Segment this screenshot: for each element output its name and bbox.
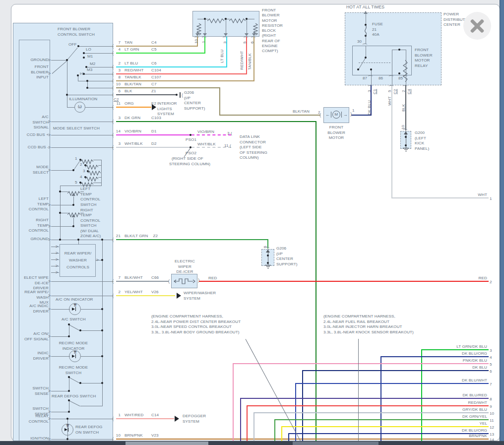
- rot-blk: BLK: [401, 104, 407, 112]
- row-blk-part: BLK: [125, 89, 146, 94]
- pin-arrow-icon: >: [48, 145, 51, 150]
- head-row-off: [78, 46, 114, 47]
- pin-ground-2: GROUND: [19, 237, 49, 242]
- rot-wht: WHT: [387, 96, 393, 106]
- label-wiper-washer: WIPER/WASHER SYSTEM: [184, 291, 216, 301]
- pin-ground-top: GROUND: [19, 58, 49, 63]
- edge-dkblu-red-label: DK BLU/RED: [387, 393, 487, 398]
- label-viobrn-mid: VIO/BRN: [197, 129, 214, 135]
- head-row-modeselect: [51, 170, 74, 171]
- ac-on-indicator-icon-diode: [72, 308, 75, 311]
- wire-dkblu-red-8: [240, 398, 241, 442]
- relay-87-stem: [371, 69, 372, 85]
- connector-pin-icon: (: [403, 85, 408, 86]
- wire-ltblu-c6: [116, 66, 227, 67]
- wire-gry-dkblu-10: [253, 412, 254, 442]
- blower-motor-icon-brush: [341, 112, 342, 118]
- connector-pin-icon: (: [112, 145, 114, 149]
- connector-pin-icon: (: [244, 36, 249, 38]
- head-defogsw-stem: [69, 400, 69, 412]
- right-scroll-strip[interactable]: [500, 0, 504, 441]
- row-tanblk-part: TAN/BLK: [125, 75, 146, 80]
- label-whtblk-mid: WHT/BLK: [197, 142, 216, 147]
- pin-ignition: IGNITION: [19, 436, 49, 442]
- pin-ac-switch-signal: A/C SWITCH SIGNAL: [19, 115, 49, 130]
- wire-dkblu-org-13: [288, 433, 289, 442]
- label-pin-30: 30: [357, 39, 362, 45]
- connector-pin-icon: (: [112, 64, 114, 69]
- pin-arrow-icon: >: [48, 307, 51, 312]
- head-row-ignition: [51, 439, 114, 440]
- rot-c4: C4: [407, 89, 412, 94]
- label-ac-switch: A/C SWITCH: [62, 317, 86, 322]
- head-recircind-right: [81, 356, 103, 357]
- head-row-aconoff: [51, 336, 69, 337]
- rot-pin-5: 5: [387, 90, 393, 92]
- rot-rb-pin-1: 1: [201, 41, 207, 43]
- label-recirc-indicator: RECIRC MODE INDICATOR: [56, 341, 91, 351]
- wire-whtblk-d2: [116, 147, 191, 148]
- row-ltgrn-part: C5: [151, 47, 157, 53]
- bottom-bar: [0, 441, 504, 445]
- label-defogger: DEFOGGER SYSTEM: [183, 414, 206, 424]
- close-button[interactable]: [463, 12, 491, 40]
- edge-gry-dkblu-label: GRY/DK BLU: [387, 407, 487, 413]
- left-temp-pot: [67, 189, 80, 194]
- row-whtred-label: 1WHT/REDC14: [114, 413, 159, 418]
- relay-link: [359, 63, 390, 63]
- g200-ground-icon: [403, 148, 409, 148]
- rb-resistor-v2: [248, 23, 260, 28]
- connector-pin-icon: (: [112, 92, 114, 97]
- row-blk-part: 6: [114, 89, 121, 94]
- row-blktan-label: 10BLK/TANC7: [114, 82, 157, 87]
- row-blkwht-part: C66: [151, 275, 159, 281]
- pin-arrow-icon: >: [96, 258, 99, 262]
- row-redwht-label: 3RED/WHTC104: [114, 68, 161, 73]
- head-recircsw-stem: [69, 377, 69, 391]
- pin-arrow-icon: >: [56, 245, 58, 249]
- label-pso2: PSO2: [186, 151, 196, 156]
- pin-elect-wipe: ELECT WIPE DE-ICE DRIVER: [19, 275, 49, 291]
- pin-arrow-icon: >: [56, 257, 58, 262]
- head-row-switchsense2: [51, 412, 69, 412]
- label-mode-1: 1: [75, 156, 77, 162]
- rb-drop-4: [247, 19, 247, 34]
- label-m3: M3: [87, 67, 92, 73]
- label-mode-3: 3: [83, 169, 85, 174]
- fuse-icon: [363, 25, 369, 36]
- label-data-link: DATA LINK CONNECTOR (LEFT SIDE OF STEERI…: [240, 134, 267, 161]
- pin-arrow-icon: >: [48, 224, 51, 229]
- wire-yelwht-v26: [116, 295, 175, 296]
- note2-pointer: [358, 339, 359, 442]
- row-dkgrn-part: DK GRN: [125, 116, 146, 121]
- label-head-title: FRONT BLOWER CONTROL SWITCH: [58, 27, 95, 37]
- row-viobrn-part: D1: [151, 129, 157, 134]
- connector-pin-icon: (: [198, 279, 199, 283]
- wire-whtred-c14: [116, 418, 174, 419]
- recirc-indicator-icon-diode: [72, 355, 75, 358]
- row-ltblu-part: LT BLU: [125, 61, 146, 66]
- row-dkgrn-part: 3: [114, 116, 121, 121]
- head-acsw-right: [80, 330, 103, 331]
- pin-ccd-bus-minus: CCD BUS -: [19, 145, 49, 150]
- connector-pin-icon: (: [168, 279, 170, 283]
- connector-pin-icon: (: [112, 416, 114, 421]
- note-engine-harness-left: (ENGINE COMPARTMENT HARNESS, 2.4L-NEAR P…: [151, 314, 241, 335]
- pin-arrow-icon: >: [48, 238, 51, 242]
- note-engine-harness-right: (ENGINE COMPARTMENT HARNESS, 2.4L-NEAR F…: [323, 314, 414, 335]
- label-recirc-switch: RECIRC MODE SWITCH: [56, 365, 91, 376]
- edge-yel-number: 12: [490, 425, 494, 431]
- label-lo: LO: [86, 47, 91, 53]
- label-m2: M2: [90, 62, 95, 67]
- row-redwht-part: RED/WHT: [125, 68, 146, 73]
- pin-arrow-icon: >: [48, 168, 51, 173]
- bottom-bar-segment: [293, 442, 378, 445]
- rb-drop-3: [226, 19, 226, 34]
- edge-pnk-dkblu-label: PNK/DK BLU: [387, 358, 487, 364]
- row-whtred-part: WHT/RED: [125, 413, 146, 418]
- edge-dkblu-wht-label: DK BLU/WHT: [387, 378, 487, 383]
- row-blkwht-part: 7: [114, 275, 121, 281]
- connector-pin-icon: (: [112, 44, 114, 48]
- rot-dkblu: DK BLU: [367, 100, 373, 115]
- pin-front-blower-input: FRONT BLOWER INPUT: [19, 64, 49, 80]
